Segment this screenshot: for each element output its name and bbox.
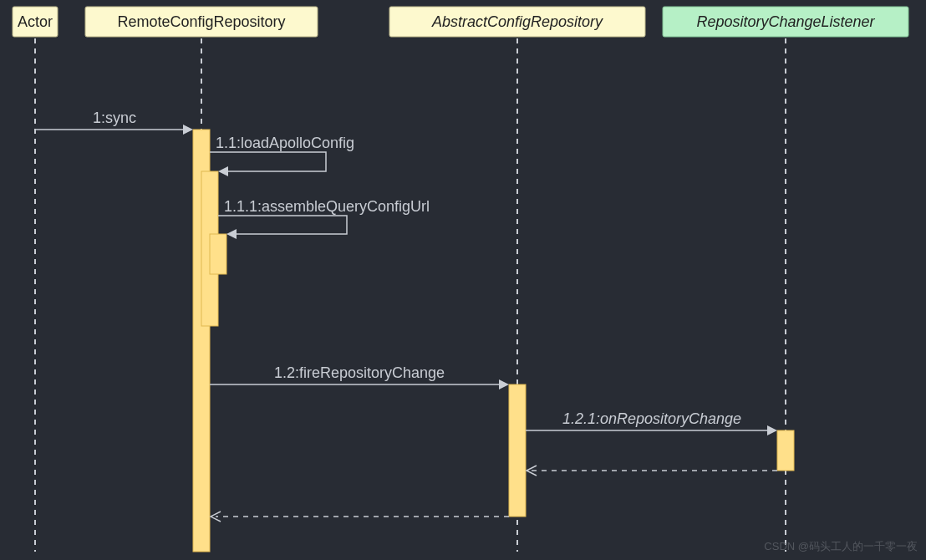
activation-remote-assemble xyxy=(210,234,226,274)
arrow-icon xyxy=(767,425,777,435)
msg-assemble-label: 1.1.1:assembleQueryConfigUrl xyxy=(224,198,430,215)
arrow-icon xyxy=(499,379,509,389)
participant-remote-label: RemoteConfigRepository xyxy=(117,13,285,30)
watermark-text: CSDN @码头工人的一千零一夜 xyxy=(764,540,918,552)
participant-actor-label: Actor xyxy=(18,13,53,30)
arrow-icon xyxy=(226,229,237,239)
msg-load-label: 1.1:loadApolloConfig xyxy=(216,135,354,151)
sequence-diagram: Actor RemoteConfigRepository AbstractCon… xyxy=(0,0,926,560)
msg-fire-label: 1.2:fireRepositoryChange xyxy=(274,364,445,381)
arrow-icon xyxy=(218,166,228,176)
msg-sync-label: 1:sync xyxy=(93,109,136,126)
activation-listener xyxy=(777,430,794,471)
msg-onchange-label: 1.2.1:onRepositoryChange xyxy=(562,410,741,427)
arrow-icon xyxy=(183,125,193,135)
activation-abstract xyxy=(509,384,526,517)
msg-assemble-line xyxy=(218,216,347,234)
participant-listener-label: RepositoryChangeListener xyxy=(696,13,875,30)
participant-abstract-label: AbstractConfigRepository xyxy=(431,13,603,30)
